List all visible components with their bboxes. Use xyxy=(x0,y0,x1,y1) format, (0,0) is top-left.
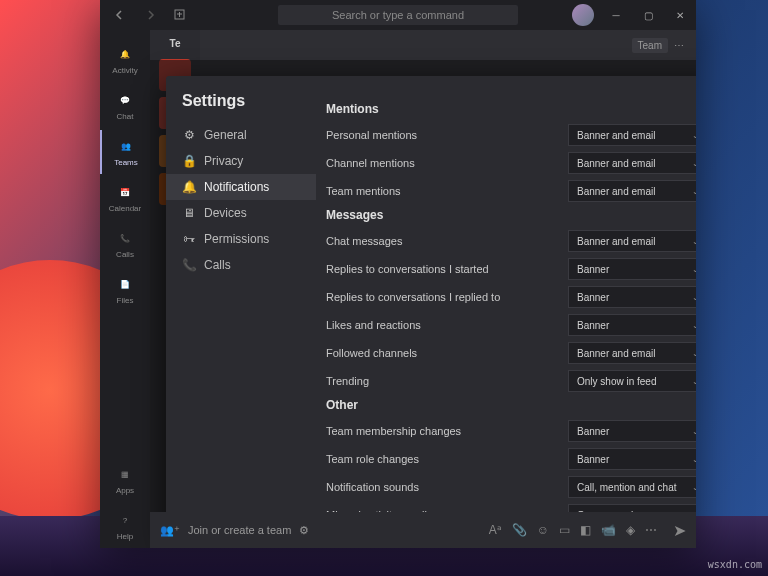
chevron-down-icon: ⌄ xyxy=(692,377,696,386)
phone-icon: 📞 xyxy=(116,230,134,248)
forward-button[interactable] xyxy=(138,3,162,27)
row-sounds: Notification soundsCall, mention and cha… xyxy=(326,476,696,498)
gear-icon: ⚙ xyxy=(182,128,196,142)
dropdown-sounds[interactable]: Call, mention and chat⌄ xyxy=(568,476,696,498)
help-icon: ? xyxy=(116,512,134,530)
nav-calls[interactable]: 📞Calls xyxy=(166,252,316,278)
watermark: wsxdn.com xyxy=(708,559,762,570)
section-other: Other xyxy=(326,398,696,412)
chevron-down-icon: ⌄ xyxy=(692,265,696,274)
chevron-down-icon: ⌄ xyxy=(692,159,696,168)
row-trending: TrendingOnly show in feed⌄ xyxy=(326,370,696,392)
minimize-button[interactable]: ─ xyxy=(600,0,632,30)
chevron-down-icon: ⌄ xyxy=(692,131,696,140)
dropdown-trending[interactable]: Only show in feed⌄ xyxy=(568,370,696,392)
gif-icon[interactable]: ▭ xyxy=(559,523,570,537)
key-icon: 🗝 xyxy=(182,232,196,246)
phone-icon: 📞 xyxy=(182,258,196,272)
dropdown-personal-mentions[interactable]: Banner and email⌄ xyxy=(568,124,696,146)
dropdown-channel-mentions[interactable]: Banner and email⌄ xyxy=(568,152,696,174)
attach-icon[interactable]: 📎 xyxy=(512,523,527,537)
lock-icon: 🔒 xyxy=(182,154,196,168)
emoji-icon[interactable]: ☺ xyxy=(537,523,549,537)
nav-privacy[interactable]: 🔒Privacy xyxy=(166,148,316,174)
chevron-down-icon: ⌄ xyxy=(692,483,696,492)
search-input[interactable]: Search or type a command xyxy=(278,5,518,25)
row-chat-messages: Chat messagesBanner and email⌄ xyxy=(326,230,696,252)
rail-activity[interactable]: 🔔Activity xyxy=(100,38,150,82)
row-replies-replied: Replies to conversations I replied toBan… xyxy=(326,286,696,308)
app-body: 🔔Activity 💬Chat 👥Teams 📅Calendar 📞Calls … xyxy=(100,30,696,548)
rail-apps[interactable]: ▦Apps xyxy=(100,458,150,502)
nav-notifications[interactable]: 🔔Notifications xyxy=(166,174,316,200)
chat-icon: 💬 xyxy=(116,92,134,110)
nav-general[interactable]: ⚙General xyxy=(166,122,316,148)
settings-title: Settings xyxy=(166,92,316,122)
rail-teams[interactable]: 👥Teams xyxy=(100,130,150,174)
row-followed: Followed channelsBanner and email⌄ xyxy=(326,342,696,364)
app-rail: 🔔Activity 💬Chat 👥Teams 📅Calendar 📞Calls … xyxy=(100,30,150,548)
section-mentions: Mentions xyxy=(326,102,696,116)
dropdown-followed[interactable]: Banner and email⌄ xyxy=(568,342,696,364)
titlebar: Search or type a command ─ ▢ ✕ xyxy=(100,0,696,30)
search-placeholder: Search or type a command xyxy=(332,9,464,21)
settings-dialog: ✕ Settings ⚙General 🔒Privacy 🔔Notificati… xyxy=(166,76,696,540)
dropdown-role[interactable]: Banner⌄ xyxy=(568,448,696,470)
meet-icon[interactable]: 📹 xyxy=(601,523,616,537)
bell-icon: 🔔 xyxy=(182,180,196,194)
file-icon: 📄 xyxy=(116,276,134,294)
rail-help[interactable]: ?Help xyxy=(100,504,150,548)
rail-calendar[interactable]: 📅Calendar xyxy=(100,176,150,220)
teams-app-window: Search or type a command ─ ▢ ✕ 🔔Activity… xyxy=(100,0,696,548)
row-team-mentions: Team mentionsBanner and email⌄ xyxy=(326,180,696,202)
bell-icon: 🔔 xyxy=(116,46,134,64)
settings-content: Mentions Personal mentionsBanner and ema… xyxy=(316,76,696,540)
more-icon[interactable]: ⋯ xyxy=(674,40,684,51)
row-replies-started: Replies to conversations I startedBanner… xyxy=(326,258,696,280)
row-role: Team role changesBanner⌄ xyxy=(326,448,696,470)
close-button[interactable]: ✕ xyxy=(664,0,696,30)
chevron-down-icon: ⌄ xyxy=(692,455,696,464)
row-channel-mentions: Channel mentionsBanner and email⌄ xyxy=(326,152,696,174)
dropdown-replies-started[interactable]: Banner⌄ xyxy=(568,258,696,280)
rail-chat[interactable]: 💬Chat xyxy=(100,84,150,128)
chevron-down-icon: ⌄ xyxy=(692,187,696,196)
team-chip[interactable]: Team xyxy=(632,38,668,53)
row-likes: Likes and reactionsBanner⌄ xyxy=(326,314,696,336)
dropdown-chat-messages[interactable]: Banner and email⌄ xyxy=(568,230,696,252)
new-chat-button[interactable] xyxy=(168,3,192,27)
calendar-icon: 📅 xyxy=(116,184,134,202)
apps-icon: ▦ xyxy=(116,466,134,484)
format-icon[interactable]: Aᵃ xyxy=(489,523,502,537)
rail-calls[interactable]: 📞Calls xyxy=(100,222,150,266)
teams-header: Te xyxy=(170,38,181,49)
send-button[interactable]: ➤ xyxy=(673,521,686,540)
profile-avatar[interactable] xyxy=(572,4,594,26)
nav-devices[interactable]: 🖥Devices xyxy=(166,200,316,226)
sticker-icon[interactable]: ◧ xyxy=(580,523,591,537)
dropdown-team-mentions[interactable]: Banner and email⌄ xyxy=(568,180,696,202)
join-team-icon[interactable]: 👥⁺ xyxy=(160,524,180,537)
dropdown-membership[interactable]: Banner⌄ xyxy=(568,420,696,442)
stream-icon[interactable]: ◈ xyxy=(626,523,635,537)
chevron-down-icon: ⌄ xyxy=(692,427,696,436)
more-icon[interactable]: ⋯ xyxy=(645,523,657,537)
teams-icon: 👥 xyxy=(117,138,135,156)
dropdown-replies-replied[interactable]: Banner⌄ xyxy=(568,286,696,308)
row-membership: Team membership changesBanner⌄ xyxy=(326,420,696,442)
nav-permissions[interactable]: 🗝Permissions xyxy=(166,226,316,252)
back-button[interactable] xyxy=(108,3,132,27)
maximize-button[interactable]: ▢ xyxy=(632,0,664,30)
monitor-icon: 🖥 xyxy=(182,206,196,220)
rail-files[interactable]: 📄Files xyxy=(100,268,150,312)
chevron-down-icon: ⌄ xyxy=(692,237,696,246)
chevron-down-icon: ⌄ xyxy=(692,349,696,358)
compose-bar: 👥⁺ Join or create a team ⚙ Aᵃ 📎 ☺ ▭ ◧ 📹 … xyxy=(150,512,696,548)
compose-toolbar: Aᵃ 📎 ☺ ▭ ◧ 📹 ◈ ⋯ xyxy=(489,523,657,537)
dropdown-likes[interactable]: Banner⌄ xyxy=(568,314,696,336)
compose-left: 👥⁺ Join or create a team ⚙ xyxy=(160,524,309,537)
titlebar-nav xyxy=(100,3,200,27)
chevron-down-icon: ⌄ xyxy=(692,293,696,302)
join-team-label[interactable]: Join or create a team xyxy=(188,524,291,536)
gear-icon[interactable]: ⚙ xyxy=(299,524,309,537)
